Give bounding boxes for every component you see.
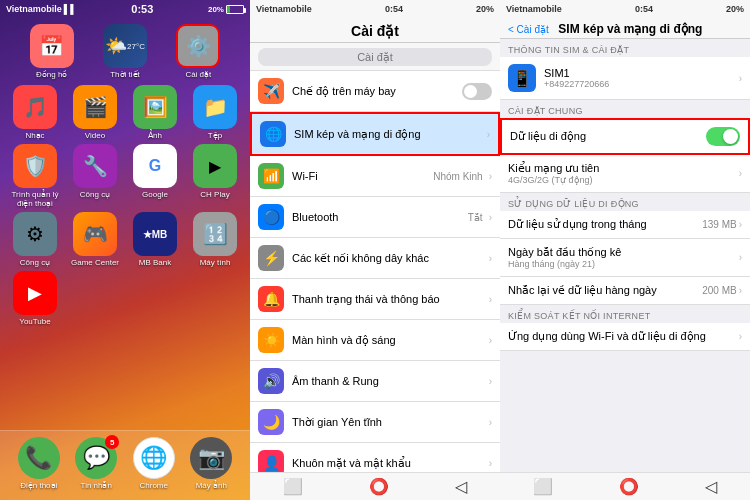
app-item-phone-manager[interactable]: 🛡️ Trình quản lý điện thoại (8, 144, 62, 208)
app-item-mb-bank[interactable]: ★MB MB Bank (128, 212, 182, 267)
network-priority-row[interactable]: Kiểu mạng ưu tiên 4G/3G/2G (Tự động) › (500, 155, 750, 193)
time-p3: 0:54 (635, 4, 653, 14)
display-icon: ☀️ (258, 327, 284, 353)
settings-row-display[interactable]: ☀️ Màn hình và độ sáng › (250, 320, 500, 361)
settings-row-notifications[interactable]: 🔔 Thanh trạng thái và thông báo › (250, 279, 500, 320)
dock-label-phone: Điện thoại (20, 481, 57, 490)
weather-icon: 🌤️27°C (103, 24, 147, 68)
files-icon: 📁 (193, 85, 237, 129)
sim-header: < Cài đặt SIM kép và mạng di động (500, 18, 750, 39)
wifi-icon: 📶 (258, 163, 284, 189)
app-item-video[interactable]: 🎬 Video (68, 85, 122, 140)
settings-row-face[interactable]: 👤 Khuôn mặt và mật khẩu › (250, 443, 500, 472)
airplane-label: Chế độ trên máy bay (292, 85, 462, 98)
app-item-music[interactable]: 🎵 Nhạc (8, 85, 62, 140)
mobile-data-wrapper: Dữ liệu di động (500, 118, 750, 155)
sim-content: THÔNG TIN SIM & CÀI ĐẶT 📱 SIM1 +84922772… (500, 39, 750, 472)
bluetooth-icon: 🔵 (258, 204, 284, 230)
status-bar-p2: Vietnamobile 0:54 20% (250, 0, 500, 18)
quiet-arrow-icon: › (489, 417, 492, 428)
app-label-phone-manager: Trình quản lý điện thoại (9, 190, 61, 208)
app-item-game-center[interactable]: 🎮 Game Center (68, 212, 122, 267)
settings-row-sim[interactable]: 🌐 SIM kép và mạng di động › (250, 112, 500, 156)
app-label-youtube: YouTube (19, 317, 50, 326)
app-item-google[interactable]: G Google (128, 144, 182, 208)
app-item-youtube[interactable]: ▶ YouTube (8, 271, 62, 326)
nav-bar-p2: ⬜ ⭕ ◁ (250, 472, 500, 500)
dock-camera-icon: 📷 (190, 437, 232, 479)
nav-bar-p3: ⬜ ⭕ ◁ (500, 472, 750, 500)
carrier-p3: Vietnamobile (506, 4, 562, 14)
music-icon: 🎵 (13, 85, 57, 129)
face-icon: 👤 (258, 450, 284, 472)
general-settings-label: CÀI ĐẶT CHUNG (500, 100, 750, 118)
settings-row-quiet[interactable]: 🌙 Thời gian Yên tĩnh › (250, 402, 500, 443)
app-item-settings[interactable]: ⚙️ Cài đặt (165, 24, 232, 79)
daily-reminder-label: Nhắc lại về dữ liệu hàng ngày (508, 284, 702, 297)
dock-item-phone[interactable]: 📞 Điện thoại (18, 437, 60, 490)
sim-icon: 🌐 (260, 121, 286, 147)
network-priority-arrow-icon: › (739, 168, 742, 179)
display-arrow-icon: › (489, 335, 492, 346)
start-date-texts: Ngày bắt đầu thống kê Hàng tháng (ngày 2… (508, 246, 737, 269)
app-grid-row2: 🎵 Nhạc 🎬 Video 🖼️ Ảnh 📁 Tệp (0, 83, 250, 142)
dock-phone-icon: 📞 (18, 437, 60, 479)
sim-label: SIM kép và mạng di động (294, 128, 485, 141)
monthly-data-arrow-icon: › (739, 219, 742, 230)
sim1-row[interactable]: 📱 SIM1 +849227720666 › (500, 57, 750, 100)
nav-back-btn[interactable]: ◁ (447, 475, 475, 498)
start-date-row[interactable]: Ngày bắt đầu thống kê Hàng tháng (ngày 2… (500, 239, 750, 277)
mobile-data-row[interactable]: Dữ liệu di động (500, 118, 750, 155)
app-item-calculator[interactable]: 🔢 Máy tính (188, 212, 242, 267)
display-label: Màn hình và độ sáng (292, 334, 487, 347)
settings-panel: Vietnamobile 0:54 20% Cài đặt ✈️ Chế độ … (250, 0, 500, 500)
mobile-data-toggle[interactable] (706, 127, 740, 146)
start-date-arrow-icon: › (739, 252, 742, 263)
dock-chrome-icon: 🌐 (133, 437, 175, 479)
dock-item-camera[interactable]: 📷 Máy ảnh (190, 437, 232, 490)
settings-row-bluetooth[interactable]: 🔵 Bluetooth Tắt › (250, 197, 500, 238)
dock-item-chrome[interactable]: 🌐 Chrome (133, 437, 175, 490)
nav-back-btn-p3[interactable]: ◁ (697, 475, 725, 498)
dock-item-messages[interactable]: 💬 5 Tin nhắn (75, 437, 117, 490)
game-center-icon: 🎮 (73, 212, 117, 256)
internet-control-label: Kiểm soát kết nối internet (500, 305, 750, 323)
app-item-weather[interactable]: 🌤️27°C Thời tiết (91, 24, 158, 79)
settings-row-other-conn[interactable]: ⚡ Các kết nối không dây khác › (250, 238, 500, 279)
nav-home-btn-p3[interactable]: ⬜ (525, 475, 561, 498)
app-label-photos: Ảnh (148, 131, 162, 140)
monthly-data-row[interactable]: Dữ liệu sử dụng trong tháng 139 MB › (500, 211, 750, 239)
face-arrow-icon: › (489, 458, 492, 469)
play-icon: ▶ (193, 144, 237, 188)
app-label-google: Google (142, 190, 168, 199)
app-item-play[interactable]: ▶ CH Play (188, 144, 242, 208)
app-item-files[interactable]: 📁 Tệp (188, 85, 242, 140)
settings-title: Cài đặt (351, 23, 399, 39)
app-wifi-arrow-icon: › (739, 331, 742, 342)
bluetooth-arrow-icon: › (489, 212, 492, 223)
search-input[interactable] (258, 48, 492, 66)
bluetooth-value: Tắt (468, 212, 483, 223)
battery-text-p1: 20% (208, 5, 224, 14)
phone-manager-icon: 🛡️ (13, 144, 57, 188)
app-wifi-row[interactable]: Ứng dụng dùng Wi-Fi và dữ liệu di động › (500, 323, 750, 351)
app-item-tools2[interactable]: ⚙ Công cụ (8, 212, 62, 267)
settings-row-wifi[interactable]: 📶 Wi-Fi Nhóm Kinh › (250, 156, 500, 197)
app-label-game-center: Game Center (71, 258, 119, 267)
app-item-photos[interactable]: 🖼️ Ảnh (128, 85, 182, 140)
app-label-calculator: Máy tính (200, 258, 231, 267)
photos-icon: 🖼️ (133, 85, 177, 129)
settings-row-airplane[interactable]: ✈️ Chế độ trên máy bay (250, 71, 500, 112)
dock: 📞 Điện thoại 💬 5 Tin nhắn 🌐 Chrome 📷 Máy… (0, 430, 250, 500)
dock-label-chrome: Chrome (140, 481, 168, 490)
app-label-play: CH Play (200, 190, 229, 199)
nav-circle-btn[interactable]: ⭕ (361, 475, 397, 498)
app-item-tools[interactable]: 🔧 Công cụ (68, 144, 122, 208)
nav-circle-btn-p3[interactable]: ⭕ (611, 475, 647, 498)
nav-home-btn[interactable]: ⬜ (275, 475, 311, 498)
airplane-toggle[interactable] (462, 83, 492, 100)
settings-row-sound[interactable]: 🔊 Âm thanh & Rung › (250, 361, 500, 402)
settings-list: ✈️ Chế độ trên máy bay 🌐 SIM kép và mạng… (250, 71, 500, 472)
daily-reminder-row[interactable]: Nhắc lại về dữ liệu hàng ngày 200 MB › (500, 277, 750, 305)
app-item-calendar[interactable]: 📅 Đồng hồ (18, 24, 85, 79)
